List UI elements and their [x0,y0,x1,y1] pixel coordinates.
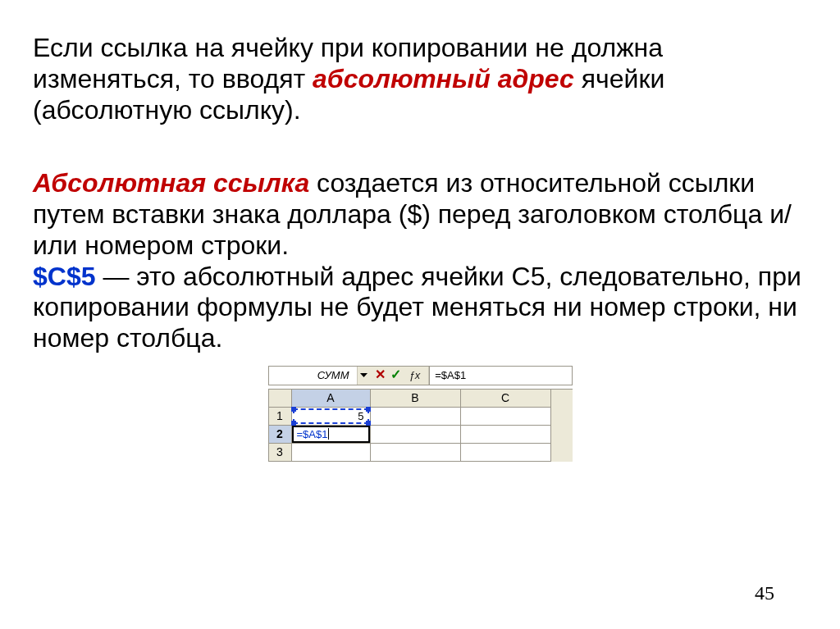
row-header-2[interactable]: 2 [269,426,292,444]
paragraph-1: Если ссылка на ячейку при копировании не… [33,33,807,125]
formula-text: =$A$1 [435,369,466,381]
p3-text-a: — это абсолютный адрес ячейки С5, следов… [33,262,801,353]
header-row: A B C [269,390,573,408]
p1-emphasis: абсолютный адрес [313,64,574,93]
cell-a3[interactable] [292,444,371,462]
column-header-a[interactable]: A [292,390,371,408]
cell-b1[interactable] [371,408,461,426]
column-header-c[interactable]: C [461,390,551,408]
text-cursor [328,428,329,440]
dropdown-icon [360,373,368,377]
cell-c1[interactable] [461,408,551,426]
cell-b3[interactable] [371,444,461,462]
formula-input[interactable]: =$A$1 [429,367,571,385]
enter-icon[interactable]: ✓ [390,367,401,383]
row-1: 1 5 [269,408,573,426]
fx-icon[interactable]: ƒх [406,369,424,381]
spreadsheet-grid: A B C 1 5 2 =$A$1 [268,389,573,462]
row-header-3[interactable]: 3 [269,444,292,462]
name-box[interactable]: СУММ [269,367,358,385]
select-all-corner[interactable] [269,390,292,408]
row-header-1[interactable]: 1 [269,408,292,426]
excel-snippet: СУММ ✕ ✓ ƒх =$A$1 A B C 1 [268,366,573,462]
p3-emphasis: $C$5 [33,262,96,291]
row-2: 2 =$A$1 [269,426,573,444]
cell-a1[interactable]: 5 [292,408,371,426]
paragraph-2: Абсолютная ссылка создается из относител… [33,168,807,261]
formula-bar: СУММ ✕ ✓ ƒх =$A$1 [268,366,573,385]
cell-b2[interactable] [371,426,461,444]
cell-c3[interactable] [461,444,551,462]
svg-marker-0 [360,373,368,377]
paragraph-3: $C$5 — это абсолютный адрес ячейки С5, с… [33,262,807,354]
slide: Если ссылка на ячейку при копировании не… [0,0,840,629]
cancel-icon[interactable]: ✕ [375,367,386,383]
name-box-dropdown[interactable] [357,367,370,385]
name-box-value: СУММ [317,369,349,381]
page-number: 45 [755,581,774,604]
cell-a2-value: =$A$1 [297,428,328,440]
cell-c2[interactable] [461,426,551,444]
cell-a1-value: 5 [358,410,363,422]
row-3: 3 [269,444,573,462]
p2-emphasis: Абсолютная ссылка [33,168,309,198]
column-header-b[interactable]: B [371,390,461,408]
cell-a2[interactable]: =$A$1 [292,426,371,444]
